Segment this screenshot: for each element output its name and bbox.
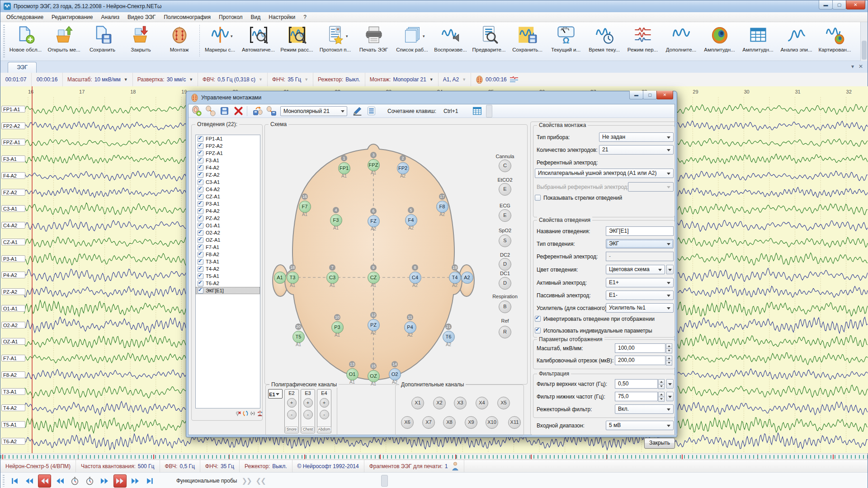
lead-checkbox[interactable] — [198, 237, 203, 243]
lead-item-OZ-A1[interactable]: OZ-A1 — [196, 236, 260, 244]
lead-checkbox[interactable] — [198, 230, 203, 236]
channel-label-F4-A2[interactable]: F4-A2 — [1, 172, 25, 179]
lead-color-select[interactable]: Цветовая схема — [606, 265, 665, 274]
hpf-input[interactable]: 0,50 — [615, 379, 658, 389]
settings-field-6[interactable]: A1, A2▼ — [439, 73, 471, 86]
settings-field-3[interactable]: ФНЧ:35 Гц▼ — [268, 73, 313, 86]
passive-electrode-select[interactable]: E1- — [606, 291, 674, 300]
channel-label-T5-A1[interactable]: T5-A1 — [1, 421, 25, 428]
playback-timer-button-4[interactable] — [69, 475, 81, 487]
hpf-spinner[interactable] — [658, 379, 665, 389]
invert-checkbox[interactable] — [535, 316, 541, 322]
menu-item-0[interactable]: Обследование — [2, 12, 47, 22]
lead-checkbox[interactable] — [198, 172, 203, 178]
lead-item-FZ-A2[interactable]: FZ-A2 — [196, 171, 260, 178]
electrode-F4[interactable]: F45A2 — [405, 214, 417, 226]
electrode-T4[interactable]: T419A2 — [449, 272, 461, 284]
playback-ff-button-8[interactable] — [129, 475, 142, 487]
lpf-input[interactable]: 75,0 — [615, 392, 658, 401]
minimize-button[interactable]: ▬ — [819, 0, 833, 9]
save-montage-button[interactable] — [218, 105, 231, 117]
additional-channel-X1[interactable]: X1 — [411, 397, 424, 409]
settings-field-4[interactable]: Режектор:Выкл. — [313, 73, 365, 86]
toolbar-button-21[interactable]: Картирован... — [816, 23, 854, 59]
settings-field-1[interactable]: Развертка:30 мм/с▼ — [133, 73, 198, 86]
lead-type-select[interactable]: ЭКГ — [606, 239, 674, 249]
patient-montage-icon[interactable] — [257, 410, 263, 418]
playback-skip-end-button-9[interactable] — [144, 475, 156, 487]
playback-rew-button-2[interactable] — [38, 474, 51, 488]
additional-channel-X2[interactable]: X2 — [433, 397, 446, 409]
electrode-A1[interactable]: A1 — [274, 272, 286, 284]
new-montage-button[interactable] — [190, 105, 203, 117]
extra-channel-DC1[interactable]: D — [499, 277, 511, 290]
electrode-FPZ[interactable]: FPZ3A1 — [368, 159, 380, 171]
extra-channel-SpO2[interactable]: S — [499, 235, 511, 247]
electrode-FP1[interactable]: FP11A1 — [338, 162, 350, 174]
lead-item-F7-A1[interactable]: F7-A1 — [196, 244, 260, 251]
amplifier-select[interactable]: Усилитель №1 — [606, 303, 674, 313]
channel-label-PZ-A2[interactable]: PZ-A2 — [1, 288, 25, 295]
individual-params-checkbox[interactable] — [535, 328, 541, 333]
extra-channel-DC2[interactable]: D — [499, 258, 511, 271]
playback-ff-button-7[interactable] — [113, 474, 127, 488]
functional-test-nav-0[interactable]: ❯❯ — [241, 477, 251, 485]
extra-channel-EtCO2[interactable]: E — [499, 183, 511, 196]
lead-checkbox[interactable] — [198, 187, 203, 192]
channel-label-O1-A1[interactable]: O1-A1 — [1, 305, 25, 312]
dropdown-arrow-icon[interactable]: ▾ — [346, 34, 348, 38]
lead-checkbox[interactable] — [198, 208, 203, 214]
toolbar-button-14[interactable]: ΩТекущий и... — [547, 23, 585, 59]
toolbar-button-2[interactable]: Сохранить — [83, 23, 122, 59]
toolbar-button-5[interactable]: ▾Маркеры с... — [201, 23, 239, 59]
lead-item-P3-A1[interactable]: P3-A1 — [196, 200, 260, 207]
lead-checkbox[interactable] — [198, 273, 203, 279]
dropdown-arrow-icon[interactable]: ▾ — [231, 34, 233, 38]
electrode-F8[interactable]: F817A2 — [436, 201, 448, 213]
playback-rew-button-3[interactable] — [54, 475, 66, 487]
dropdown-arrow-icon[interactable]: ▾ — [423, 34, 425, 38]
additional-channel-X7[interactable]: X7 — [422, 416, 435, 429]
lead-item-ЭКГ[E1][interactable]: ЭКГ[E1] — [196, 287, 260, 294]
playback-rew-button-1[interactable] — [23, 475, 35, 487]
montage-properties-button[interactable] — [365, 105, 377, 117]
channel-label-F8-A2[interactable]: F8-A2 — [1, 371, 25, 378]
playback-timer-button-5[interactable] — [84, 475, 96, 487]
toolbar-button-0[interactable]: Новое обсл... — [6, 23, 45, 59]
lead-checkbox[interactable] — [198, 150, 203, 156]
settings-field-5[interactable]: Монтаж:Monopolar 21▼ — [365, 73, 439, 86]
toolbar-button-16[interactable]: Режим пер... — [623, 23, 662, 59]
export-montage-button[interactable] — [265, 105, 278, 117]
electrode-C3[interactable]: C37A1 — [326, 272, 339, 284]
active-electrode-select[interactable]: E1+ — [606, 278, 674, 287]
extra-channel-Ref[interactable]: R — [499, 326, 511, 338]
scale-spinner[interactable] — [666, 343, 672, 353]
poly-channel-E4[interactable]: E4+-Abdom — [317, 389, 331, 433]
lead-checkbox[interactable] — [198, 179, 203, 185]
toolbar-button-12[interactable]: Предварите... — [470, 23, 508, 59]
input-range-select[interactable]: 5 мВ — [606, 421, 674, 430]
electrode-F7[interactable]: F716A1 — [299, 201, 311, 213]
lead-checkbox[interactable] — [198, 252, 203, 258]
lead-item-F4-A2[interactable]: F4-A2 — [196, 164, 260, 171]
tab-menu-icon[interactable]: ▾ — [851, 63, 854, 70]
menu-item-3[interactable]: Видео ЭЭГ — [123, 12, 160, 22]
lead-item-P4-A2[interactable]: P4-A2 — [196, 207, 260, 215]
delete-montage-button[interactable] — [232, 105, 245, 117]
additional-channel-X3[interactable]: X3 — [454, 397, 467, 409]
extra-channel-Cannula[interactable]: C — [499, 160, 511, 172]
swap-leads-icon[interactable] — [250, 410, 256, 418]
poly-channel-E1[interactable]: E1+-ECG — [268, 389, 283, 399]
maximize-button[interactable]: ▢ — [832, 0, 846, 9]
electrode-T5[interactable]: T520A1 — [292, 331, 305, 343]
tab-eeg[interactable]: ЭЭГ — [8, 62, 37, 73]
lead-checkbox[interactable] — [198, 266, 203, 272]
menu-item-7[interactable]: Настройки — [264, 12, 299, 22]
dialog-close-button[interactable]: ✕ — [656, 91, 673, 99]
toolbar-button-6[interactable]: Автоматиче... — [239, 23, 278, 59]
additional-channel-X8[interactable]: X8 — [443, 416, 456, 429]
channel-label-T3-A1[interactable]: T3-A1 — [1, 388, 25, 395]
fragment-bar[interactable] — [0, 453, 868, 460]
channel-label-T6-A2[interactable]: T6-A2 — [1, 438, 25, 445]
electrode-FP2[interactable]: FP22A2 — [397, 162, 409, 174]
